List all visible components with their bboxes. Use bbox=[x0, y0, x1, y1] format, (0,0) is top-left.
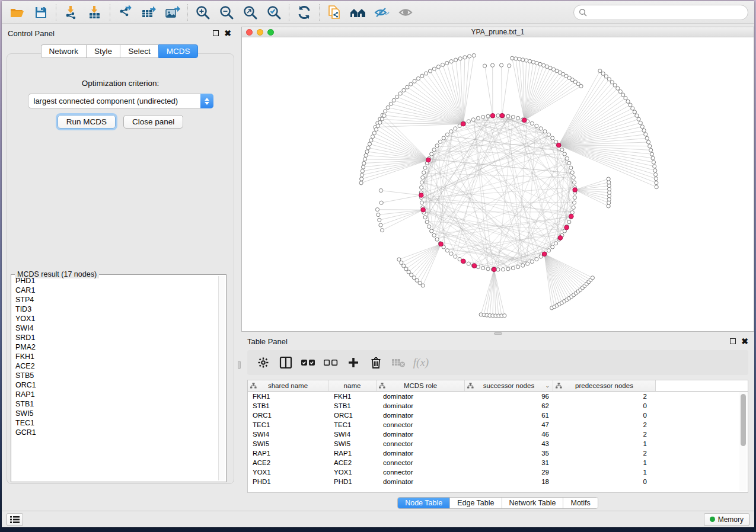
graph-leaf-node[interactable] bbox=[425, 72, 428, 75]
graph-leaf-node[interactable] bbox=[400, 261, 403, 264]
graph-mcds-node[interactable] bbox=[542, 252, 547, 257]
graph-node[interactable] bbox=[432, 233, 436, 237]
graph-leaf-node[interactable] bbox=[378, 121, 382, 124]
graph-leaf-node[interactable] bbox=[624, 96, 627, 100]
graph-leaf-node[interactable] bbox=[379, 188, 382, 192]
graph-leaf-node[interactable] bbox=[397, 258, 401, 261]
table-row[interactable]: PHD1PHD1dominator180 bbox=[248, 477, 748, 486]
graph-leaf-node[interactable] bbox=[613, 84, 617, 87]
graph-node[interactable] bbox=[486, 267, 490, 271]
graph-node[interactable] bbox=[547, 133, 550, 136]
close-panel-button[interactable]: Close panel bbox=[123, 115, 183, 129]
graph-leaf-node[interactable] bbox=[528, 59, 531, 63]
graph-node[interactable] bbox=[573, 196, 576, 199]
graph-node[interactable] bbox=[467, 262, 470, 265]
graph-node[interactable] bbox=[567, 220, 571, 224]
graph-node[interactable] bbox=[471, 118, 475, 121]
graph-leaf-node[interactable] bbox=[508, 64, 511, 68]
graph-node[interactable] bbox=[572, 201, 576, 204]
mcds-result-item[interactable]: PMA2 bbox=[12, 342, 218, 352]
mcds-result-list[interactable]: PHD1CAR1STP4TID3YOX1SWI4SRD1PMA2FKH1ACE2… bbox=[12, 276, 218, 480]
graph-leaf-node[interactable] bbox=[379, 201, 383, 204]
graph-mcds-node[interactable] bbox=[472, 264, 477, 268]
graph-leaf-node[interactable] bbox=[432, 67, 436, 70]
graph-leaf-node[interactable] bbox=[514, 57, 518, 60]
first-neighbors-icon[interactable] bbox=[346, 3, 370, 22]
graph-leaf-node[interactable] bbox=[655, 185, 658, 189]
graph-leaf-node[interactable] bbox=[601, 72, 605, 75]
graph-leaf-node[interactable] bbox=[392, 98, 395, 102]
mcds-result-item[interactable]: CAR1 bbox=[12, 286, 218, 295]
graph-node[interactable] bbox=[551, 245, 554, 249]
graph-leaf-node[interactable] bbox=[610, 81, 614, 84]
float-panel-icon[interactable] bbox=[213, 30, 219, 36]
graph-node[interactable] bbox=[554, 140, 557, 143]
graph-leaf-node[interactable] bbox=[651, 156, 655, 160]
graph-node[interactable] bbox=[449, 130, 453, 133]
graph-leaf-node[interactable] bbox=[458, 57, 462, 60]
graph-leaf-node[interactable] bbox=[655, 181, 658, 185]
graph-node[interactable] bbox=[454, 255, 457, 258]
tab-edge-table[interactable]: Edge Table bbox=[450, 498, 502, 508]
table-scrollbar-thumb[interactable] bbox=[741, 394, 746, 446]
table-row[interactable]: STB1STB1dominator620 bbox=[248, 401, 748, 411]
table-row[interactable]: ORC1ORC1dominator610 bbox=[248, 411, 748, 420]
table-scrollbar[interactable] bbox=[739, 392, 747, 491]
graph-leaf-node[interactable] bbox=[428, 69, 432, 73]
graph-leaf-node[interactable] bbox=[376, 124, 379, 127]
graph-leaf-node[interactable] bbox=[449, 60, 453, 63]
graph-leaf-node[interactable] bbox=[377, 213, 380, 216]
graph-node[interactable] bbox=[476, 265, 480, 268]
graph-node[interactable] bbox=[445, 133, 449, 136]
graph-mcds-node[interactable] bbox=[421, 207, 426, 212]
graph-node[interactable] bbox=[539, 127, 543, 130]
graph-node[interactable] bbox=[521, 264, 525, 267]
graph-mcds-node[interactable] bbox=[564, 225, 569, 230]
graph-leaf-node[interactable] bbox=[500, 63, 503, 67]
tab-network-table[interactable]: Network Table bbox=[502, 498, 564, 508]
graph-leaf-node[interactable] bbox=[402, 264, 406, 268]
graph-leaf-node[interactable] bbox=[378, 218, 381, 222]
graph-leaf-node[interactable] bbox=[525, 59, 528, 62]
graph-node[interactable] bbox=[481, 266, 485, 270]
graph-leaf-node[interactable] bbox=[591, 276, 594, 280]
graph-leaf-node[interactable] bbox=[531, 60, 535, 64]
graph-node[interactable] bbox=[511, 115, 515, 118]
zoom-in-icon[interactable] bbox=[191, 3, 215, 22]
graph-leaf-node[interactable] bbox=[406, 85, 409, 89]
graph-leaf-node[interactable] bbox=[538, 62, 542, 66]
graph-leaf-node[interactable] bbox=[389, 102, 393, 105]
graph-node[interactable] bbox=[423, 216, 427, 219]
graph-node[interactable] bbox=[419, 185, 423, 189]
graph-mcds-node[interactable] bbox=[461, 121, 465, 126]
graph-leaf-node[interactable] bbox=[371, 135, 374, 139]
graph-leaf-node[interactable] bbox=[503, 314, 506, 318]
graph-leaf-node[interactable] bbox=[384, 110, 387, 113]
graph-node[interactable] bbox=[420, 201, 423, 204]
tab-mcds[interactable]: MCDS bbox=[158, 44, 199, 58]
graph-leaf-node[interactable] bbox=[648, 145, 652, 148]
graph-leaf-node[interactable] bbox=[604, 75, 608, 78]
graph-leaf-node[interactable] bbox=[409, 82, 413, 86]
graph-leaf-node[interactable] bbox=[633, 110, 636, 114]
splitter-grip[interactable] bbox=[494, 332, 502, 335]
mcds-result-item[interactable]: FKH1 bbox=[12, 352, 218, 361]
graph-leaf-node[interactable] bbox=[639, 121, 642, 124]
graph-node[interactable] bbox=[486, 114, 490, 118]
graph-leaf-node[interactable] bbox=[631, 107, 634, 110]
graph-node[interactable] bbox=[543, 130, 547, 133]
graph-leaf-node[interactable] bbox=[413, 79, 416, 83]
graph-node[interactable] bbox=[563, 152, 566, 156]
table-options-icon[interactable] bbox=[253, 352, 273, 373]
clone-network-icon[interactable] bbox=[323, 3, 346, 22]
graph-leaf-node[interactable] bbox=[654, 177, 658, 181]
graph-leaf-node[interactable] bbox=[368, 142, 371, 146]
graph-leaf-node[interactable] bbox=[463, 56, 467, 59]
graph-node[interactable] bbox=[435, 144, 439, 148]
graph-mcds-node[interactable] bbox=[426, 158, 431, 162]
graph-node[interactable] bbox=[467, 120, 470, 123]
tab-select[interactable]: Select bbox=[120, 44, 158, 58]
column-header-shared-name[interactable]: shared name bbox=[248, 380, 328, 391]
graph-leaf-node[interactable] bbox=[649, 148, 653, 152]
graph-mcds-node[interactable] bbox=[500, 113, 505, 118]
